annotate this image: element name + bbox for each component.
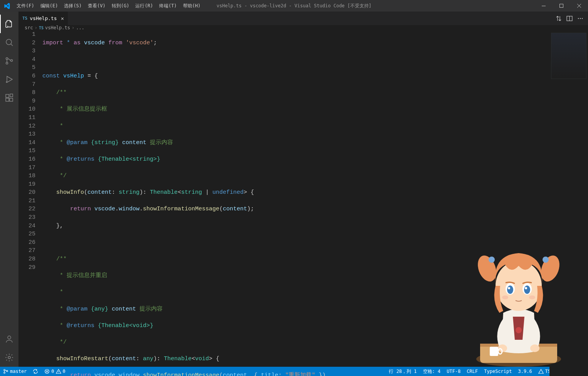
svg-point-16 (582, 18, 583, 18)
breadcrumb-more[interactable]: ... (76, 25, 84, 30)
svg-point-6 (6, 82, 7, 82)
tab-actions (556, 12, 588, 25)
typescript-icon: TS (39, 26, 44, 30)
settings-gear-icon[interactable] (0, 348, 18, 367)
more-actions-icon[interactable] (577, 15, 583, 22)
menu-bar: 文件(F) 编辑(E) 选择(S) 查看(V) 转到(G) 运行(R) 终端(T… (13, 0, 204, 12)
editor-tabs: TS vsHelp.ts × (18, 12, 588, 25)
code-content[interactable]: import * as vscode from 'vscode'; const … (42, 30, 588, 376)
activity-bar (0, 12, 18, 367)
search-icon[interactable] (0, 33, 18, 52)
menu-run[interactable]: 运行(R) (132, 0, 156, 12)
accounts-icon[interactable] (0, 330, 18, 348)
minimap[interactable] (549, 30, 588, 376)
svg-point-3 (6, 58, 8, 60)
svg-point-12 (8, 356, 10, 359)
titlebar: 文件(F) 编辑(E) 选择(S) 查看(V) 转到(G) 运行(R) 终端(T… (0, 0, 588, 12)
svg-point-38 (4, 369, 5, 371)
breadcrumb-folder[interactable]: src (25, 25, 33, 30)
menu-help[interactable]: 帮助(H) (180, 0, 204, 12)
typescript-icon: TS (22, 16, 27, 21)
code-editor[interactable]: 1234567891011121314151617181920212223242… (18, 30, 588, 376)
menu-edit[interactable]: 编辑(E) (37, 0, 61, 12)
window-controls (535, 0, 588, 12)
tab-label: vsHelp.ts (30, 15, 57, 21)
svg-point-40 (7, 370, 8, 372)
svg-point-39 (4, 372, 5, 374)
window-title: vsHelp.ts - vscode-live2d - Visual Studi… (217, 3, 371, 9)
svg-point-14 (578, 18, 579, 18)
close-button[interactable] (570, 0, 588, 12)
breadcrumbs[interactable]: src › TS vsHelp.ts › ... (18, 25, 588, 30)
svg-point-15 (580, 18, 581, 18)
split-editor-icon[interactable] (566, 15, 573, 22)
explorer-icon[interactable] (0, 15, 18, 33)
svg-rect-10 (10, 94, 13, 97)
vscode-logo-icon (0, 3, 13, 9)
close-tab-icon[interactable]: × (61, 15, 64, 22)
svg-point-4 (6, 62, 8, 64)
svg-point-5 (11, 60, 13, 62)
breadcrumb-file[interactable]: vsHelp.ts (45, 25, 70, 30)
chevron-right-icon: › (72, 25, 74, 30)
svg-rect-9 (10, 98, 13, 101)
menu-view[interactable]: 查看(V) (85, 0, 109, 12)
extensions-icon[interactable] (0, 89, 18, 107)
compare-changes-icon[interactable] (556, 15, 562, 22)
run-debug-icon[interactable] (0, 70, 18, 89)
maximize-button[interactable] (553, 0, 570, 12)
svg-point-11 (8, 336, 11, 339)
menu-terminal[interactable]: 终端(T) (156, 0, 180, 12)
svg-point-2 (6, 39, 12, 45)
editor-area: TS vsHelp.ts × src › TS vsHelp.ts › ... … (18, 12, 588, 367)
svg-rect-0 (542, 6, 546, 6)
chevron-right-icon: › (35, 25, 37, 30)
source-control-icon[interactable] (0, 52, 18, 70)
menu-file[interactable]: 文件(F) (13, 0, 37, 12)
minimize-button[interactable] (535, 0, 553, 12)
tab-vshelp[interactable]: TS vsHelp.ts × (18, 12, 68, 25)
svg-rect-8 (6, 98, 9, 101)
line-gutter: 1234567891011121314151617181920212223242… (18, 30, 42, 376)
menu-go[interactable]: 转到(G) (109, 0, 133, 12)
menu-selection[interactable]: 选择(S) (61, 0, 85, 12)
svg-rect-7 (6, 94, 9, 97)
svg-rect-1 (560, 4, 563, 8)
